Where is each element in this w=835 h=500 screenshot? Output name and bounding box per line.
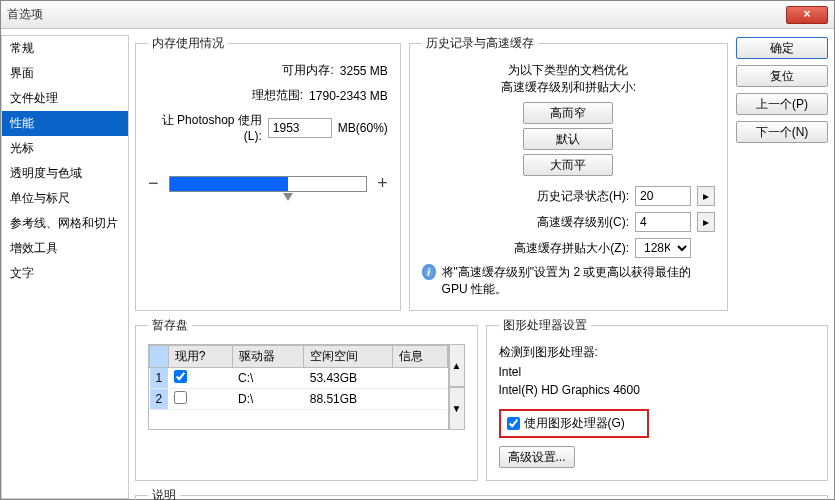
col-num bbox=[150, 346, 169, 368]
desc-legend: 说明 bbox=[148, 487, 180, 500]
category-sidebar: 常规界面文件处理性能光标透明度与色域单位与标尺参考线、网格和切片增效工具文字 bbox=[1, 35, 129, 499]
prev-button[interactable]: 上一个(P) bbox=[736, 93, 828, 115]
sidebar-item-9[interactable]: 文字 bbox=[2, 261, 128, 286]
row-num: 2 bbox=[150, 389, 169, 410]
info-icon: i bbox=[422, 264, 436, 280]
sidebar-item-1[interactable]: 界面 bbox=[2, 61, 128, 86]
col-active: 现用? bbox=[168, 346, 232, 368]
use-gpu-checkbox-wrap[interactable]: 使用图形处理器(G) bbox=[499, 409, 649, 438]
history-note2: 高速缓存级别和拼贴大小: bbox=[422, 79, 715, 96]
sidebar-item-6[interactable]: 单位与标尺 bbox=[2, 186, 128, 211]
table-row[interactable]: 2D:\88.51GB bbox=[150, 389, 448, 410]
let-ps-use-label: 让 Photoshop 使用(L): bbox=[148, 112, 262, 143]
gpu-advanced-button[interactable]: 高级设置... bbox=[499, 446, 575, 468]
row-drive: D:\ bbox=[232, 389, 304, 410]
slider-fill bbox=[170, 177, 288, 191]
memory-legend: 内存使用情况 bbox=[148, 35, 228, 52]
slider-plus[interactable]: + bbox=[377, 173, 388, 194]
col-free: 空闲空间 bbox=[304, 346, 393, 368]
table-row[interactable]: 1C:\53.43GB bbox=[150, 368, 448, 389]
sidebar-item-0[interactable]: 常规 bbox=[2, 36, 128, 61]
default-button[interactable]: 默认 bbox=[523, 128, 613, 150]
sidebar-item-7[interactable]: 参考线、网格和切片 bbox=[2, 211, 128, 236]
history-states-input[interactable] bbox=[635, 186, 691, 206]
available-mem-label: 可用内存: bbox=[282, 62, 333, 79]
next-button[interactable]: 下一个(N) bbox=[736, 121, 828, 143]
gpu-legend: 图形处理器设置 bbox=[499, 317, 591, 334]
active-checkbox[interactable] bbox=[174, 391, 187, 404]
available-mem-value: 3255 MB bbox=[340, 64, 388, 78]
memory-unit: MB(60%) bbox=[338, 121, 388, 135]
slider-minus[interactable]: − bbox=[148, 173, 159, 194]
gpu-model: Intel(R) HD Graphics 4600 bbox=[499, 383, 816, 397]
history-legend: 历史记录与高速缓存 bbox=[422, 35, 538, 52]
history-note1: 为以下类型的文档优化 bbox=[422, 62, 715, 79]
cache-levels-label: 高速缓存级别(C): bbox=[537, 214, 629, 231]
slider-thumb[interactable] bbox=[283, 193, 293, 201]
ok-button[interactable]: 确定 bbox=[736, 37, 828, 59]
scratch-table: 现用? 驱动器 空闲空间 信息 1C:\53.43GB2D:\88.51GB bbox=[149, 345, 448, 410]
big-flat-button[interactable]: 大而平 bbox=[523, 154, 613, 176]
memory-slider[interactable] bbox=[169, 176, 368, 192]
reset-button[interactable]: 复位 bbox=[736, 65, 828, 87]
cache-tile-select[interactable]: 128K bbox=[635, 238, 691, 258]
sidebar-item-3[interactable]: 性能 bbox=[2, 111, 128, 136]
history-footer: 将"高速缓存级别"设置为 2 或更高以获得最佳的 GPU 性能。 bbox=[442, 264, 715, 298]
ideal-range-label: 理想范围: bbox=[252, 87, 303, 104]
ideal-range-value: 1790-2343 MB bbox=[309, 89, 388, 103]
close-button[interactable]: × bbox=[786, 6, 828, 24]
sidebar-item-2[interactable]: 文件处理 bbox=[2, 86, 128, 111]
history-states-stepper[interactable]: ▸ bbox=[697, 186, 715, 206]
active-checkbox[interactable] bbox=[174, 370, 187, 383]
scratch-legend: 暂存盘 bbox=[148, 317, 192, 334]
sidebar-item-5[interactable]: 透明度与色域 bbox=[2, 161, 128, 186]
tall-thin-button[interactable]: 高而窄 bbox=[523, 102, 613, 124]
row-num: 1 bbox=[150, 368, 169, 389]
gpu-vendor: Intel bbox=[499, 365, 816, 379]
gpu-detected-label: 检测到图形处理器: bbox=[499, 344, 816, 361]
row-info bbox=[393, 368, 447, 389]
row-info bbox=[393, 389, 447, 410]
sidebar-item-4[interactable]: 光标 bbox=[2, 136, 128, 161]
cache-levels-stepper[interactable]: ▸ bbox=[697, 212, 715, 232]
cache-levels-input[interactable] bbox=[635, 212, 691, 232]
row-drive: C:\ bbox=[232, 368, 304, 389]
scratch-down-button[interactable]: ▼ bbox=[449, 387, 465, 430]
row-free: 88.51GB bbox=[304, 389, 393, 410]
row-free: 53.43GB bbox=[304, 368, 393, 389]
col-info: 信息 bbox=[393, 346, 447, 368]
window-title: 首选项 bbox=[7, 6, 786, 23]
history-states-label: 历史记录状态(H): bbox=[537, 188, 629, 205]
memory-input[interactable] bbox=[268, 118, 332, 138]
col-drive: 驱动器 bbox=[232, 346, 304, 368]
row-active[interactable] bbox=[168, 368, 232, 389]
use-gpu-label: 使用图形处理器(G) bbox=[524, 415, 625, 432]
scratch-up-button[interactable]: ▲ bbox=[449, 344, 465, 387]
sidebar-item-8[interactable]: 增效工具 bbox=[2, 236, 128, 261]
use-gpu-checkbox[interactable] bbox=[507, 417, 520, 430]
row-active[interactable] bbox=[168, 389, 232, 410]
cache-tile-label: 高速缓存拼贴大小(Z): bbox=[514, 240, 629, 257]
